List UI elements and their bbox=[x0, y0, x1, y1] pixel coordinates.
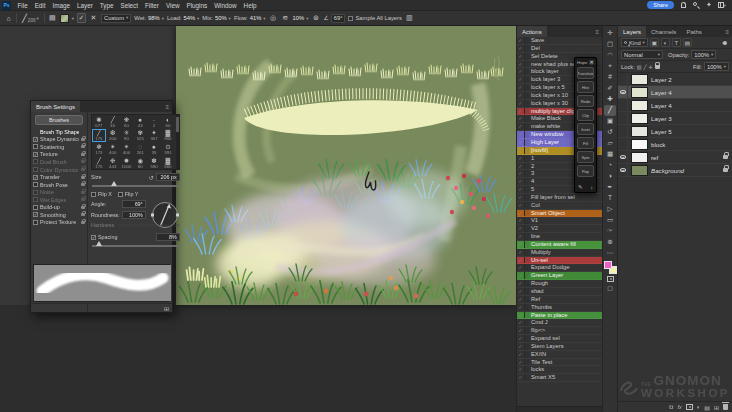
action-item[interactable]: Expand Dodge bbox=[517, 264, 602, 272]
brush-tip-preset[interactable]: ✳ 90 bbox=[120, 129, 134, 143]
brush-section-row[interactable]: Wet Edges bbox=[31, 196, 87, 204]
search-icon[interactable] bbox=[692, 1, 700, 9]
foreground-color-swatch[interactable] bbox=[604, 261, 612, 269]
notifications-bell-icon[interactable] bbox=[679, 1, 687, 9]
filter-type-icon[interactable]: T bbox=[672, 38, 681, 47]
tab-actions[interactable]: Actions bbox=[517, 26, 547, 37]
menu-item[interactable]: Edit bbox=[31, 2, 49, 9]
action-item[interactable]: Save bbox=[517, 37, 602, 45]
clean-brush-after-stroke-icon[interactable]: ✕ bbox=[89, 13, 98, 23]
macro-pad-button[interactable]: Redo bbox=[577, 95, 594, 107]
section-checkbox[interactable] bbox=[33, 144, 38, 149]
home-icon[interactable]: ⌂ bbox=[4, 13, 13, 23]
workspace-switcher-icon[interactable]: ▾ bbox=[718, 1, 726, 9]
brush-section-row[interactable]: Brush Pose bbox=[31, 181, 87, 189]
section-checkbox[interactable] bbox=[33, 137, 38, 142]
action-item[interactable]: Del bbox=[517, 45, 602, 53]
menu-item[interactable]: Plugins bbox=[183, 2, 211, 9]
tool-button[interactable]: ✒ bbox=[604, 182, 616, 193]
action-item[interactable]: Ref bbox=[517, 296, 602, 304]
lock-icon[interactable] bbox=[81, 221, 85, 224]
discover-icon[interactable]: ✦ bbox=[705, 1, 713, 9]
tool-button[interactable]: ⌖ bbox=[604, 61, 616, 72]
action-item[interactable]: Paste in place bbox=[517, 312, 602, 320]
screen-mode-icon[interactable]: ▢ bbox=[604, 283, 616, 292]
mix-control[interactable]: Mix:50%▾ bbox=[202, 15, 231, 21]
adjustment-layer-icon[interactable]: ◐ bbox=[697, 404, 701, 410]
roundness-value[interactable]: 100% bbox=[122, 211, 146, 219]
brush-tip-preset[interactable]: ◐ 60 bbox=[161, 115, 175, 129]
menu-item[interactable]: Filter bbox=[141, 2, 162, 9]
visibility-toggle[interactable] bbox=[618, 138, 628, 150]
visibility-toggle[interactable] bbox=[618, 73, 628, 85]
flow-control[interactable]: Flow:41%▾ bbox=[234, 15, 266, 21]
brush-panel-toggle-icon[interactable]: ▥ bbox=[405, 13, 414, 23]
visibility-toggle[interactable] bbox=[618, 125, 628, 137]
brush-section-row[interactable]: Build-up bbox=[31, 203, 87, 211]
macro-pad-button[interactable]: Clip bbox=[577, 109, 594, 121]
brush-section-row[interactable]: Smoothing bbox=[31, 211, 87, 219]
tool-button[interactable]: ☞ bbox=[604, 226, 616, 237]
tool-button[interactable]: ╱ bbox=[604, 105, 616, 116]
layer-row[interactable]: Background bbox=[618, 164, 732, 177]
tool-button[interactable]: ▷ bbox=[604, 204, 616, 215]
lock-icon[interactable] bbox=[81, 206, 85, 209]
action-item[interactable]: Expand sel bbox=[517, 335, 602, 343]
smoothing-options-icon[interactable]: ⊛ bbox=[311, 13, 320, 23]
tool-button[interactable]: ▱ bbox=[604, 138, 616, 149]
tool-preset-picker[interactable]: ╱ 206 ▾ bbox=[20, 14, 41, 23]
tool-button[interactable]: ▭ bbox=[604, 215, 616, 226]
tool-button[interactable]: ✛ bbox=[604, 28, 616, 39]
menu-item[interactable]: Window bbox=[211, 2, 240, 9]
share-button[interactable]: Share bbox=[647, 1, 674, 9]
brush-section-row[interactable]: Noise bbox=[31, 188, 87, 196]
quick-mask-icon[interactable] bbox=[604, 274, 616, 283]
section-checkbox[interactable] bbox=[33, 212, 38, 217]
brush-tip-preset[interactable]: ╱ 45 bbox=[106, 115, 120, 129]
size-value[interactable]: 206 px bbox=[156, 173, 180, 181]
lock-transparency-icon[interactable]: ▨ bbox=[637, 64, 642, 70]
layer-thumbnail[interactable] bbox=[631, 100, 648, 111]
brush-section-row[interactable]: Transfer bbox=[31, 173, 87, 181]
macro-pad-button[interactable]: Pop bbox=[577, 165, 594, 177]
load-brush-after-stroke-icon[interactable]: ✓ bbox=[77, 13, 86, 23]
brush-tip-preset[interactable]: ❉ 443 bbox=[106, 156, 120, 170]
section-checkbox[interactable] bbox=[33, 190, 38, 195]
brush-tip-preset[interactable]: ╱ 175 bbox=[92, 156, 106, 170]
scrollbar[interactable] bbox=[176, 117, 179, 132]
arrow-down-icon[interactable]: ↓ bbox=[590, 184, 593, 190]
section-checkbox[interactable] bbox=[33, 220, 38, 225]
section-checkbox[interactable] bbox=[33, 197, 38, 202]
brush-tip-preset[interactable]: ╱ 175 bbox=[92, 129, 106, 143]
tool-button[interactable]: ↺ bbox=[604, 127, 616, 138]
panel-menu-icon[interactable]: ≡ bbox=[165, 101, 172, 112]
visibility-toggle[interactable] bbox=[618, 86, 628, 98]
tool-button[interactable]: ✚ bbox=[604, 94, 616, 105]
filter-image-icon[interactable]: ▣ bbox=[650, 38, 659, 47]
brush-tip-preset[interactable]: ◌ 261 bbox=[133, 142, 147, 156]
layer-style-icon[interactable]: fx bbox=[677, 404, 681, 410]
brush-tip-preset[interactable]: ❃ 173 bbox=[92, 142, 106, 156]
lock-move-icon[interactable]: ✛ bbox=[649, 64, 653, 70]
lock-icon[interactable] bbox=[81, 153, 85, 156]
layer-thumbnail[interactable] bbox=[631, 165, 648, 176]
canvas[interactable] bbox=[176, 26, 516, 305]
layer-thumbnail[interactable] bbox=[631, 113, 648, 124]
reset-icon[interactable]: ↺ bbox=[149, 174, 154, 181]
brush-section-row[interactable]: Brush Tip Shape bbox=[31, 128, 87, 136]
tab-paths[interactable]: Paths bbox=[681, 26, 706, 37]
action-item[interactable]: EX/IN bbox=[517, 351, 602, 359]
section-checkbox[interactable] bbox=[33, 205, 38, 210]
tab-brush-settings[interactable]: Brush Settings bbox=[31, 101, 80, 112]
tab-channels[interactable]: Channels bbox=[646, 26, 681, 37]
layer-row[interactable]: Layer 4 bbox=[618, 99, 732, 112]
macro-pad-button[interactable]: Spin bbox=[577, 151, 594, 163]
macro-pad-button[interactable]: Fill bbox=[577, 137, 594, 149]
brush-tip-preset[interactable]: ∙ 2 bbox=[147, 115, 161, 129]
lock-icon[interactable] bbox=[81, 183, 85, 186]
tool-button[interactable]: ◔ bbox=[604, 160, 616, 171]
brush-section-row[interactable]: Scattering bbox=[31, 143, 87, 151]
macro-pad-button[interactable]: Translate bbox=[577, 67, 594, 79]
action-item[interactable]: Green Layer bbox=[517, 272, 602, 280]
brush-tip-preset[interactable]: ⊙ 391 bbox=[161, 142, 175, 156]
